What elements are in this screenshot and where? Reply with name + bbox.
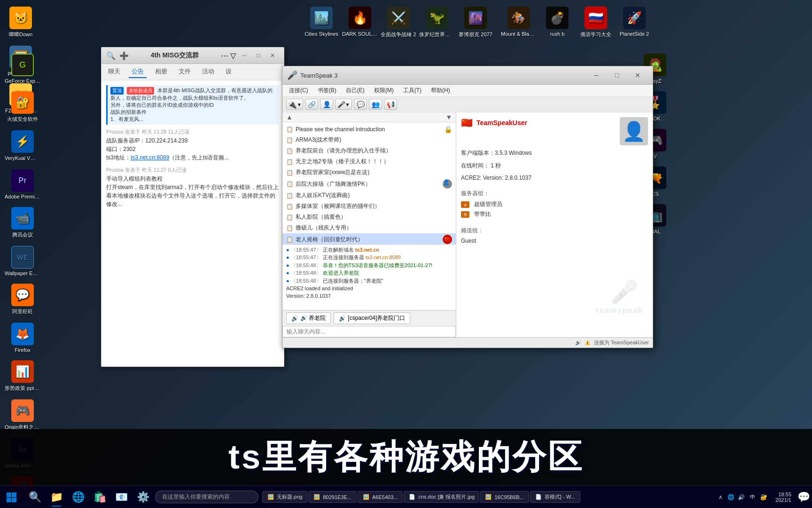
icon-label-mountblade: Mount & Blade II B... xyxy=(501,31,537,37)
desktop-icon-russian[interactable]: 🇷🇺 俄语学习大全 xyxy=(577,4,615,41)
desktop-icon-huorong[interactable]: 🔐 火绒安全软件 xyxy=(4,88,41,126)
chat-tab-activities[interactable]: 活动 xyxy=(199,66,217,78)
ts-channel-housekeeper[interactable]: 📋 养老院管家室(xxww总是在这) xyxy=(282,167,456,178)
desktop-icon-darksouls[interactable]: 🔥 DARK SOULS™ III xyxy=(341,4,379,41)
game-icons-area: 🏙️ Cities Skylines 🔥 DARK SOULS™ III ⚔️ … xyxy=(301,0,496,45)
ts-menu-tools[interactable]: 工具(T) xyxy=(400,86,424,95)
ts-channel-multimedia[interactable]: 📋 多媒体室（被网课坑害的骚年们） xyxy=(282,201,456,212)
desktop-icon-verykuai[interactable]: ⚡ VeryKuai V加速器 xyxy=(4,127,41,165)
ts-chat-input[interactable] xyxy=(287,328,452,335)
tray-antivirus-icon[interactable]: 🔐 xyxy=(759,493,768,501)
chat-minimize-button[interactable]: ─ xyxy=(238,50,251,61)
chat-tab-files[interactable]: 文件 xyxy=(176,66,194,78)
taskbar-search-icon[interactable]: 🔍 xyxy=(24,487,45,508)
taskbar-mail-icon[interactable]: 📧 xyxy=(111,487,132,508)
ts-right-panel: 🇨🇳 TeamSpeakUser 👤 客户端版本：3.5.3 Windows 在… xyxy=(456,112,653,337)
running-file-label-6: 容模式] - W... xyxy=(545,493,575,500)
ts-menu-connect[interactable]: 连接(C) xyxy=(286,86,311,95)
taskbar-running-file-5[interactable]: 🖼️ 16C95B6B... xyxy=(480,491,529,503)
desktop-icon-cyberpunk[interactable]: 🌆 赛博朋克 2077 xyxy=(457,4,494,41)
ts-tab-entrance[interactable]: 🔊 [cspacer04]养老院门口 xyxy=(334,312,410,324)
running-file-label-2: 80291E3E... xyxy=(323,494,351,500)
ts-toolbar-disconnect-btn[interactable]: 🔗 xyxy=(305,99,318,110)
desktop-icon-planetside[interactable]: 🚀 PlanetSide 2 xyxy=(616,4,653,41)
taskbar-file-explorer-icon[interactable]: 📁 xyxy=(46,487,67,508)
ts-log-line-2: ● 〈18:55:48〉 恭喜！您的TS3语音服务器已续费至2021-01-27… xyxy=(286,262,452,269)
taskbar-store-icon[interactable]: 🛍️ xyxy=(89,487,110,508)
desktop-icon-ppt[interactable]: 📊 形势政策 ppt.pptx xyxy=(4,357,41,395)
ts-tab-nursing-home[interactable]: 🔊 🔊 养老院 xyxy=(286,312,331,324)
desktop-icon-geforce[interactable]: G GeForce Experience xyxy=(4,51,41,87)
ts-channel-reception[interactable]: 📋 养老院前台（请先办理您的入住手续） xyxy=(282,145,456,156)
ts-channel-cinema[interactable]: 📋 私人影院（搞黄色） xyxy=(282,212,456,222)
taskbar-edge-icon[interactable]: 🌐 xyxy=(68,487,88,508)
ts-menu-help[interactable]: 帮助(H) xyxy=(428,86,453,95)
desktop-icon-aliwangwang[interactable]: 💬 阿里旺旺 xyxy=(4,281,41,318)
taskbar-clock[interactable]: 18:55 2021/1 xyxy=(772,492,795,503)
ts-channel-intro[interactable]: 📋 Please see the channel introduction 🔒 xyxy=(282,124,456,135)
ts-toolbar-mute-btn[interactable]: 🎤 ▼ xyxy=(335,99,352,110)
desktop-icon-firefox[interactable]: 🦊 Firefox xyxy=(4,320,41,356)
new-member-tag: 发给新成员 xyxy=(127,87,154,95)
chat-tab-settings[interactable]: 设 xyxy=(223,66,234,78)
ts-channel-playground[interactable]: 📋 后院大操场（广场舞激情PK） 👤 xyxy=(282,178,456,190)
taskbar-running-file-2[interactable]: 🖼️ 80291E3E... xyxy=(308,491,357,503)
desktop-icon-premiere[interactable]: Pr Adobe Premiere xyxy=(4,167,41,202)
ts-flag-icon: 🇨🇳 xyxy=(461,117,473,128)
ts-toolbar-away-btn[interactable]: 👤 xyxy=(320,99,333,110)
tray-cn-icon[interactable]: 中 xyxy=(747,493,757,501)
ts3-link[interactable]: ts3.net.cn:8089 xyxy=(131,154,169,161)
ts-toolbar-connect-btn[interactable]: 🔌 ▼ xyxy=(286,99,303,110)
scroll-up-btn[interactable]: ▲ xyxy=(284,113,295,121)
ts-minimize-button[interactable]: ─ xyxy=(586,69,607,82)
start-button[interactable] xyxy=(0,486,23,508)
tray-network-icon[interactable]: 🌐 xyxy=(726,493,735,501)
icon-label-v2: V xyxy=(653,153,656,159)
chat-maximize-button[interactable]: □ xyxy=(252,50,265,61)
ts-toolbar-poke-btn[interactable]: 📢 xyxy=(384,99,397,110)
taskbar-action-center[interactable]: 💬 xyxy=(795,487,812,508)
ts-window: 🎤 TeamSpeak 3 ─ □ ✕ 连接(C) 书签(B) 自己(E) 权限… xyxy=(282,66,653,348)
taskbar-running-file-3[interactable]: 🖼️ A6E5403... xyxy=(358,491,403,503)
taskbar-running-file-4[interactable]: 📄 cns.doc [兼 报名照片.jpg xyxy=(404,491,479,503)
ts-maximize-button[interactable]: □ xyxy=(607,69,627,82)
ts-channel-rocking-chair[interactable]: 📋 老人摇椅（回归童忆时代） 🇨🇳 xyxy=(282,233,456,244)
scroll-down-btn[interactable]: ▼ xyxy=(444,113,454,121)
ts-channel-borderlands[interactable]: 📋 无主之地2专场（矮子没人权！！！） xyxy=(282,156,456,167)
desktop-icon-cities[interactable]: 🏙️ Cities Skylines xyxy=(303,4,340,41)
chat-close-button[interactable]: ✕ xyxy=(266,50,279,61)
ts-close-button[interactable]: ✕ xyxy=(627,69,648,82)
desktop-icon-jurassic[interactable]: 🦖 侏罗纪世界：进化 xyxy=(418,4,456,41)
msg-sender-1: Prussia xyxy=(106,129,124,135)
ts-menu-self[interactable]: 自己(E) xyxy=(343,86,367,95)
chat-tab-announcement[interactable]: 公告 xyxy=(129,66,147,78)
desktop-icon-origin[interactable]: 🎮 Origin意料之外修复脚本... xyxy=(4,397,41,434)
ts-channel-arma3[interactable]: 📋 ARMA3(战术带师) xyxy=(282,135,456,145)
ts-toolbar-add-client-btn[interactable]: 👥 xyxy=(369,99,382,110)
desktop-icon-jijixia[interactable]: 🐱 唧唧Down xyxy=(2,4,39,41)
ts-log-text-1: 正在连接到服务器 ts3.net.cn:8089 xyxy=(323,254,401,260)
ts-channel-disabled[interactable]: 📋 撒硕儿（残疾人专用） xyxy=(282,222,456,233)
chat-tab-chat[interactable]: 聊天 xyxy=(105,66,123,78)
desktop-icon-rushb[interactable]: 💣 rush b xyxy=(539,4,576,41)
channel-label-housekeeper: 养老院管家室(xxww总是在这) xyxy=(296,168,369,176)
ts-menu-bookmarks[interactable]: 书签(B) xyxy=(315,86,339,95)
ts-toolbar-voice-btn[interactable]: 💬 xyxy=(354,99,367,110)
desktop-icon-mountblade[interactable]: 🏇 Mount & Blade II B... xyxy=(500,4,538,41)
icon-label-premiere: Adobe Premiere xyxy=(5,194,40,199)
ts-menu-permissions[interactable]: 权限(M) xyxy=(371,86,397,95)
ts-online-time-label: 在线时间： 1 秒 xyxy=(461,162,501,169)
desktop-icon-tencentmeeting[interactable]: 📹 腾讯会议 xyxy=(4,204,41,241)
taskbar-settings-icon[interactable]: ⚙️ xyxy=(133,487,153,508)
channel-label-reception: 养老院前台（请先办理您的入住手续） xyxy=(296,147,391,155)
ts-channel-ktv[interactable]: 📋 老人娱乐KTV(送葬曲) xyxy=(282,190,456,201)
desktop-icon-wallpaper-engine[interactable]: WE Wallpaper Engine xyxy=(4,243,41,279)
tray-chevron-icon[interactable]: ∧ xyxy=(716,493,725,501)
taskbar-running-file-1[interactable]: 🖼️ 无标题.png xyxy=(262,491,307,503)
desktop-icon-totalwar[interactable]: ⚔️ 全面战争战锤 2 xyxy=(380,4,417,41)
chat-tab-album[interactable]: 相册 xyxy=(152,66,170,78)
admin-group-icon: ★ xyxy=(461,201,469,208)
tray-volume-icon[interactable]: 🔊 xyxy=(737,493,745,501)
taskbar-search-bar[interactable]: 在这里输入你要搜索的内容 xyxy=(155,491,258,503)
taskbar-running-file-6[interactable]: 📄 容模式] - W... xyxy=(530,491,580,503)
